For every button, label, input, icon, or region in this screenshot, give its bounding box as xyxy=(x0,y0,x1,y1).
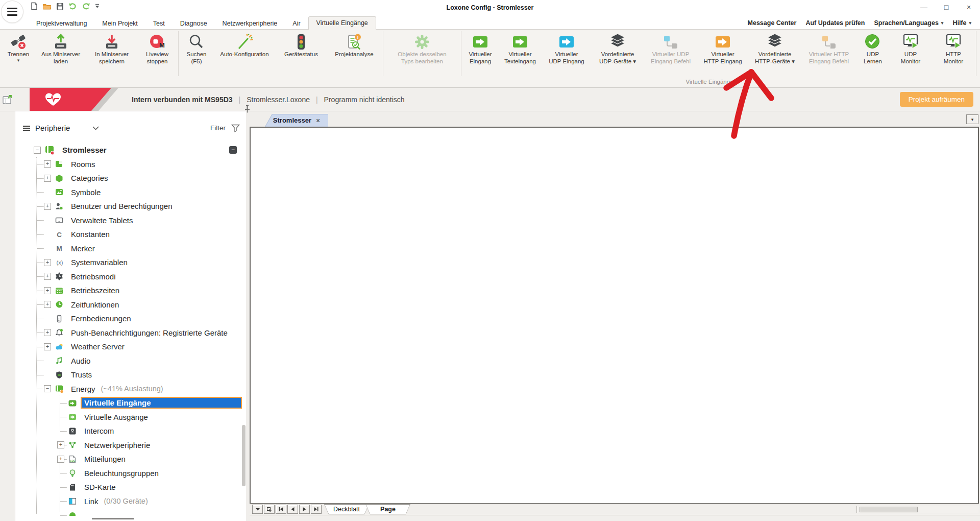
tree-item-virtuelle-ausgaenge[interactable]: Virtuelle Ausgänge xyxy=(15,410,242,424)
sheet-menu-button[interactable] xyxy=(252,505,263,514)
tree-item-systemvariablen[interactable]: + (x) Systemvariablen xyxy=(15,255,242,270)
sidebar-horizontal-scrollbar[interactable] xyxy=(92,518,134,519)
liveview-stop-button[interactable]: M Liveview stoppen xyxy=(137,30,177,78)
expander[interactable]: + xyxy=(44,175,51,182)
tree-item-merker[interactable]: M Merker xyxy=(15,242,242,256)
menu-tab-diagnose[interactable]: Diagnose xyxy=(173,17,215,29)
load-from-miniserver-button[interactable]: Aus Miniserver laden xyxy=(35,30,86,78)
scrollbar-thumb[interactable] xyxy=(860,507,918,512)
expander[interactable]: + xyxy=(44,203,51,210)
tree-item-betriebszeiten[interactable]: + Betriebszeiten xyxy=(15,283,242,298)
menu-tab-test[interactable]: Test xyxy=(145,17,173,29)
disconnect-button[interactable]: Trennen ▾ xyxy=(2,30,35,78)
tree-item-fernbedienungen[interactable]: Fernbedienungen xyxy=(15,312,242,326)
tree-item-link[interactable]: Link (0/30 Geräte) xyxy=(15,494,242,509)
chevron-down-icon[interactable] xyxy=(92,126,99,130)
expander[interactable]: + xyxy=(44,160,51,168)
save-to-miniserver-button[interactable]: In Miniserver speichern xyxy=(86,30,137,78)
collapse-all-button[interactable]: − xyxy=(229,146,237,154)
filter-funnel-icon[interactable] xyxy=(231,124,240,132)
menu-tab-netzwerkperipherie[interactable]: Netzwerkperipherie xyxy=(215,17,285,29)
expander[interactable]: + xyxy=(44,329,51,336)
tree-item-zeitfunktionen[interactable]: + Zeitfunktionen xyxy=(15,298,242,312)
tree-item-weather-server[interactable]: + Weather Server xyxy=(15,340,242,354)
auto-hide-pin-icon[interactable] xyxy=(243,105,251,113)
expander[interactable]: + xyxy=(44,273,51,280)
tree-item-categories[interactable]: + Categories xyxy=(15,171,242,185)
menu-tab-projektverwaltung[interactable]: Projektverwaltung xyxy=(29,17,94,29)
udp-monitor-button[interactable]: UDP Monitor xyxy=(889,30,932,78)
expander[interactable]: + xyxy=(57,456,64,463)
tree-item-energy[interactable]: − Energy (~41% Auslastung) xyxy=(15,382,242,396)
tree-item-benutzer[interactable]: + Benutzer und Berechtigungen xyxy=(15,199,242,214)
menu-tab-mein-projekt[interactable]: Mein Projekt xyxy=(94,17,145,29)
tree-item-intercom[interactable]: Intercom xyxy=(15,424,242,438)
http-monitor-button[interactable]: HTTP Monitor xyxy=(932,30,975,78)
canvas-horizontal-scrollbar[interactable] xyxy=(856,506,978,513)
sheet-list-button[interactable] xyxy=(264,505,275,514)
tree-item-mitteilungen[interactable]: + LOG Mitteilungen xyxy=(15,452,242,466)
help-menu[interactable]: Hilfe▾ xyxy=(948,17,976,29)
languages-menu[interactable]: Sprachen/Languages▾ xyxy=(869,17,948,29)
close-tab-icon[interactable]: × xyxy=(316,116,320,125)
predefined-http-devices-button[interactable]: Vordefinierte HTTP-Geräte ▾ xyxy=(748,30,801,78)
hamburger-menu-button[interactable] xyxy=(2,1,23,22)
check-updates-menu[interactable]: Auf Updates prüfen xyxy=(801,17,869,29)
panel-splitter[interactable] xyxy=(246,111,250,521)
virtual-text-input-button[interactable]: Virtueller Texteingang xyxy=(498,30,542,78)
first-sheet-button[interactable] xyxy=(276,505,286,514)
close-button[interactable]: × xyxy=(958,0,980,15)
tree-item-symbole[interactable]: Symbole xyxy=(15,185,242,200)
tab-list-dropdown-button[interactable]: ▾ xyxy=(966,114,978,124)
udp-learn-button[interactable]: UDP Lernen xyxy=(856,30,889,78)
tree-item-rooms[interactable]: + Rooms xyxy=(15,157,242,172)
tree-item-konstanten[interactable]: C Konstanten xyxy=(15,227,242,242)
virtual-input-button[interactable]: Virtueller Eingang xyxy=(462,30,498,78)
previous-sheet-button[interactable] xyxy=(287,505,298,514)
tree-item-stromlesser[interactable]: − Stromlesser xyxy=(15,143,242,157)
message-center-menu[interactable]: Message Center xyxy=(743,17,801,29)
cleanup-project-button[interactable]: Projekt aufräumen xyxy=(900,92,973,107)
minimize-button[interactable]: — xyxy=(913,0,935,15)
menu-tab-air[interactable]: Air xyxy=(285,17,308,29)
tree-item-virtuelle-eingaenge[interactable]: Virtuelle Eingänge xyxy=(15,396,242,410)
tree-item-audio[interactable]: Audio xyxy=(15,354,242,368)
save-icon[interactable] xyxy=(56,3,64,10)
device-status-button[interactable]: Gerätestatus xyxy=(276,30,327,78)
expander[interactable]: − xyxy=(44,385,51,392)
undo-icon[interactable] xyxy=(68,3,77,10)
menu-tab-virtuelle-eingaenge[interactable]: Virtuelle Eingänge xyxy=(308,16,376,30)
tree-item-tablets[interactable]: Verwaltete Tablets xyxy=(15,214,242,228)
restore-button[interactable]: □ xyxy=(935,0,958,15)
project-analysis-button[interactable]: ! Projektanalyse xyxy=(327,30,382,78)
expander[interactable]: + xyxy=(44,343,51,350)
tree-item-netzwerkperipherie[interactable]: + Netzwerkperipherie xyxy=(15,438,242,453)
tree-item-sd-karte[interactable]: SD-Karte xyxy=(15,480,242,494)
tree-item-beleuchtungsgruppen[interactable]: Beleuchtungsgruppen xyxy=(15,466,242,481)
sheet-tab-page[interactable]: Page xyxy=(365,504,410,514)
virtual-udp-input-button[interactable]: Virtueller UDP Eingang xyxy=(542,30,591,78)
sidebar-vertical-scrollbar[interactable] xyxy=(242,425,246,486)
search-button[interactable]: Suchen (F5) xyxy=(180,30,213,78)
customize-toolbar-icon[interactable] xyxy=(95,4,100,9)
auto-configuration-button[interactable]: Auto-Konfiguration xyxy=(213,30,276,78)
tree-item-push-benachrichtigungen[interactable]: + Push-Benachrichtigungen: Registrierte … xyxy=(15,326,242,340)
redo-icon[interactable] xyxy=(82,3,90,10)
expander[interactable]: + xyxy=(44,301,51,308)
document-tab-stromlesser[interactable]: Stromlesser × xyxy=(265,114,328,127)
next-sheet-button[interactable] xyxy=(299,505,310,514)
new-document-icon[interactable] xyxy=(31,2,38,10)
expander[interactable]: − xyxy=(34,147,41,154)
project-window-icon[interactable] xyxy=(3,94,13,105)
expander[interactable]: + xyxy=(44,287,51,294)
virtual-http-input-button[interactable]: Virtueller HTTP Eingang xyxy=(697,30,748,78)
expander[interactable]: + xyxy=(44,259,51,266)
last-sheet-button[interactable] xyxy=(311,505,322,514)
open-folder-icon[interactable] xyxy=(42,3,52,10)
program-canvas[interactable] xyxy=(250,127,979,504)
predefined-udp-devices-button[interactable]: Vordefinierte UDP-Geräte ▾ xyxy=(591,30,644,78)
tree-item-trusts[interactable]: Trusts xyxy=(15,368,242,382)
expander[interactable]: + xyxy=(57,441,64,448)
tree-item-betriebsmodi[interactable]: + Betriebsmodi xyxy=(15,270,242,284)
sheet-tab-deckblatt[interactable]: Deckblatt xyxy=(324,504,369,514)
